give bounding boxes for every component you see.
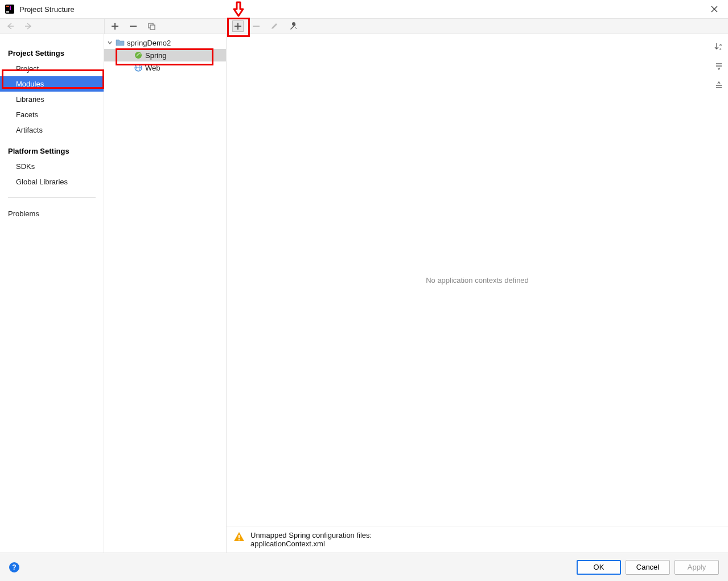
content-panel: az No application contexts defined Unmap… <box>227 34 728 553</box>
nav-sdks[interactable]: SDKs <box>0 159 104 174</box>
svg-rect-12 <box>150 25 155 30</box>
warning-bar: Unmapped Spring configuration files: app… <box>227 526 728 553</box>
tree-item-label: Web <box>145 64 161 72</box>
nav-facets[interactable]: Facets <box>0 107 104 122</box>
apply-button[interactable]: Apply <box>674 560 719 575</box>
nav-libraries[interactable]: Libraries <box>0 92 104 107</box>
section-project-settings: Project Settings <box>0 46 104 61</box>
svg-rect-26 <box>238 535 240 538</box>
module-tree: springDemo2 Spring Web <box>104 34 227 553</box>
nav-artifacts[interactable]: Artifacts <box>0 122 104 138</box>
window-title: Project Structure <box>19 5 75 14</box>
warning-text-1: Unmapped Spring configuration files: <box>250 531 372 539</box>
intellij-icon <box>5 4 15 14</box>
close-button[interactable] <box>705 0 723 18</box>
titlebar: Project Structure <box>0 0 728 18</box>
copy-icon[interactable] <box>146 20 157 32</box>
tree-root[interactable]: springDemo2 <box>104 36 226 49</box>
add-module-icon[interactable] <box>109 20 121 32</box>
chevron-down-icon[interactable] <box>106 39 113 46</box>
tree-item-label: Spring <box>145 51 167 60</box>
top-toolbar <box>0 18 728 34</box>
tree-root-label: springDemo2 <box>127 39 171 47</box>
svg-rect-2 <box>6 11 9 13</box>
section-platform-settings: Platform Settings <box>0 143 104 159</box>
sidebar-divider <box>8 197 96 198</box>
remove-module-icon[interactable] <box>127 20 139 32</box>
spring-icon <box>134 51 143 60</box>
web-icon <box>134 63 143 72</box>
cancel-button[interactable]: Cancel <box>626 560 670 575</box>
add-context-icon[interactable] <box>232 20 244 32</box>
nav-project[interactable]: Project <box>0 61 104 76</box>
main-area: Project Settings Project Modules Librari… <box>0 34 728 553</box>
wrench-icon[interactable] <box>287 20 298 32</box>
warning-icon <box>233 531 245 542</box>
forward-icon[interactable] <box>23 20 34 32</box>
back-icon[interactable] <box>5 20 16 32</box>
sidebar: Project Settings Project Modules Librari… <box>0 34 104 553</box>
help-icon[interactable]: ? <box>9 562 19 572</box>
bottombar: ? OK Cancel Apply <box>0 553 728 581</box>
ok-button[interactable]: OK <box>577 560 621 575</box>
svg-point-16 <box>135 52 142 59</box>
nav-problems[interactable]: Problems <box>0 206 104 221</box>
nav-modules[interactable]: Modules <box>0 76 104 92</box>
svg-rect-3 <box>10 6 11 10</box>
empty-message: No application contexts defined <box>426 276 529 285</box>
tree-item-spring[interactable]: Spring <box>104 49 226 61</box>
nav-global-libraries[interactable]: Global Libraries <box>0 174 104 189</box>
warning-text-2: applicationContext.xml <box>250 539 372 548</box>
svg-rect-1 <box>6 6 9 7</box>
edit-icon[interactable] <box>269 20 280 32</box>
tree-item-web[interactable]: Web <box>104 61 226 74</box>
folder-icon <box>116 38 125 47</box>
remove-context-icon[interactable] <box>250 20 262 32</box>
svg-rect-27 <box>238 539 240 541</box>
